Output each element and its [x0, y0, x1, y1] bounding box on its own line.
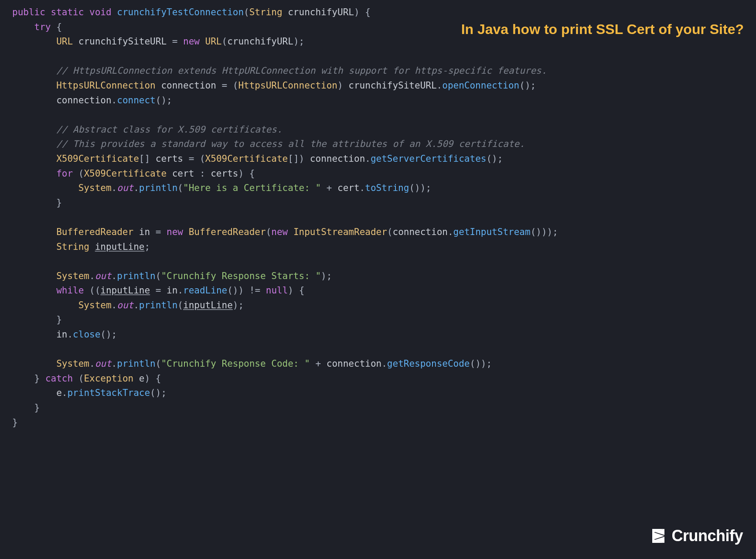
code-line: // HttpsURLConnection extends HttpURLCon… [12, 64, 756, 78]
code-line: while ((inputLine = in.readLine()) != nu… [12, 283, 756, 298]
code-line: // This provides a standard way to acces… [12, 137, 756, 152]
code-line: System.out.println("Crunchify Response C… [12, 357, 756, 372]
code-line: } [12, 416, 756, 430]
code-line: e.printStackTrace(); [12, 386, 756, 401]
code-line: } [12, 313, 756, 327]
code-line: // Abstract class for X.509 certificates… [12, 123, 756, 137]
code-line: System.out.println("Here is a Certificat… [12, 181, 756, 196]
code-line: for (X509Certificate cert : certs) { [12, 167, 756, 181]
code-line: connection.connect(); [12, 93, 756, 108]
page-title: In Java how to print SSL Cert of your Si… [461, 18, 744, 41]
code-line [12, 49, 756, 64]
code-line: BufferedReader in = new BufferedReader(n… [12, 225, 756, 240]
code-line [12, 108, 756, 123]
code-line [12, 210, 756, 225]
brand-logo-text: Crunchify [671, 523, 743, 549]
crunchify-icon [649, 527, 668, 545]
brand-logo: Crunchify [649, 523, 743, 549]
code-line: System.out.println("Crunchify Response S… [12, 269, 756, 284]
code-line: X509Certificate[] certs = (X509Certifica… [12, 152, 756, 167]
code-line: System.out.println(inputLine); [12, 298, 756, 313]
code-line [12, 254, 756, 269]
code-block: public static void crunchifyTestConnecti… [12, 5, 756, 430]
code-line: String inputLine; [12, 240, 756, 255]
code-line: HttpsURLConnection connection = (HttpsUR… [12, 78, 756, 93]
code-line: public static void crunchifyTestConnecti… [12, 5, 756, 20]
code-line [12, 342, 756, 357]
code-line: } catch (Exception e) { [12, 372, 756, 386]
code-line: in.close(); [12, 327, 756, 342]
code-line: } [12, 401, 756, 416]
code-line: } [12, 196, 756, 211]
